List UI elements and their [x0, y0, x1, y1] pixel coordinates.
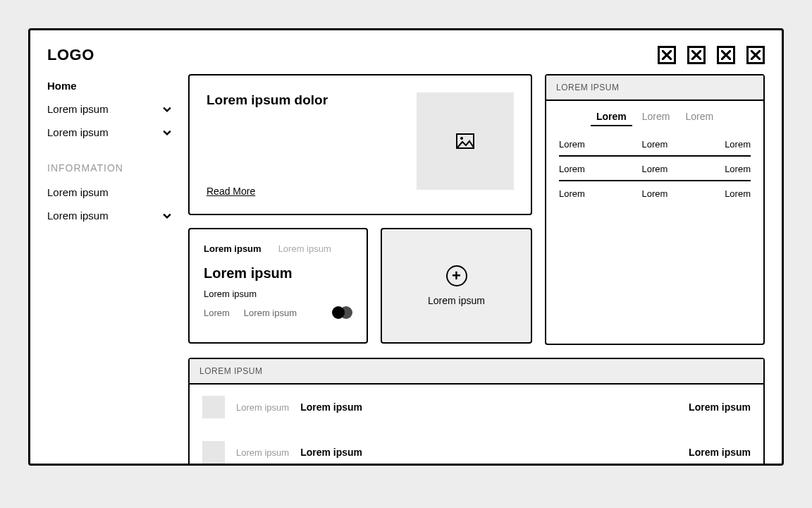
- info-card-tabs: Lorem ipsum Lorem ipsum: [204, 243, 352, 254]
- sidebar-info-item-1[interactable]: Lorem ipsum: [47, 204, 171, 227]
- right-panel-header: LOREM IPSUM: [546, 75, 763, 101]
- grid-row: Lorem Lorem Lorem: [559, 132, 751, 157]
- info-foot-1: Lorem: [204, 308, 230, 318]
- sidebar-item-label: Home: [47, 80, 77, 92]
- info-headline: Lorem ipsum: [204, 265, 352, 282]
- list-row[interactable]: Lorem ipsum Lorem ipsum Lorem ipsum: [190, 430, 763, 466]
- grid-cell: Lorem: [642, 188, 668, 199]
- action-icon-3[interactable]: [717, 46, 735, 64]
- right-panel: LOREM IPSUM Lorem Lorem Lorem Lorem Lore…: [545, 74, 765, 345]
- plus-circle-icon: [446, 265, 467, 286]
- grid-cell: Lorem: [559, 164, 585, 174]
- sidebar-item-label: Lorem ipsum: [47, 103, 109, 115]
- info-foot-2: Lorem ipsum: [244, 308, 297, 318]
- chevron-down-icon: [163, 105, 171, 114]
- sidebar-item-label: Lorem ipsum: [47, 126, 109, 138]
- list-label-bold: Lorem ipsum: [300, 447, 362, 458]
- hero-card: Lorem ipsum dolor Read More: [188, 74, 532, 215]
- grid-cell: Lorem: [725, 164, 751, 174]
- sidebar-item-home[interactable]: Home: [47, 74, 171, 97]
- action-icon-2[interactable]: [687, 46, 706, 64]
- app-frame: LOGO Home Lorem ipsum Lorem ipsum INFORM…: [28, 28, 784, 466]
- grid-cell: Lorem: [559, 188, 585, 199]
- grid-row: Lorem Lorem Lorem: [559, 181, 751, 206]
- add-card-label: Lorem ipsum: [428, 295, 485, 306]
- tab-0[interactable]: Lorem: [596, 111, 627, 122]
- right-panel-tabs: Lorem Lorem Lorem: [546, 101, 763, 132]
- action-icon-1[interactable]: [658, 46, 676, 64]
- list-label-right: Lorem ipsum: [689, 447, 751, 458]
- svg-point-1: [460, 137, 463, 140]
- mastercard-icon: [332, 306, 352, 319]
- thumbnail-placeholder: [202, 441, 225, 464]
- sidebar: Home Lorem ipsum Lorem ipsum INFORMATION…: [47, 74, 171, 345]
- cards-row: Lorem ipsum Lorem ipsum Lorem ipsum Lore…: [188, 228, 532, 344]
- main-left: Lorem ipsum dolor Read More: [188, 74, 532, 345]
- info-footer: Lorem Lorem ipsum: [204, 306, 352, 319]
- layout: Home Lorem ipsum Lorem ipsum INFORMATION…: [47, 74, 765, 345]
- bottom-panel: LOREM IPSUM Lorem ipsum Lorem ipsum Lore…: [188, 358, 765, 466]
- grid-cell: Lorem: [725, 139, 751, 150]
- list-label-right: Lorem ipsum: [689, 401, 751, 413]
- logo: LOGO: [47, 46, 94, 64]
- grid-cell: Lorem: [725, 188, 751, 199]
- sidebar-section-title: INFORMATION: [47, 162, 171, 174]
- sidebar-item-2[interactable]: Lorem ipsum: [47, 121, 171, 144]
- info-card: Lorem ipsum Lorem ipsum Lorem ipsum Lore…: [188, 228, 368, 344]
- image-icon: [456, 133, 474, 149]
- grid-cell: Lorem: [642, 139, 668, 150]
- hero-image-placeholder: [417, 92, 514, 190]
- hero-text: Lorem ipsum dolor Read More: [207, 92, 400, 197]
- chevron-down-icon: [163, 128, 171, 137]
- list-label-bold: Lorem ipsum: [300, 401, 362, 413]
- info-tab-inactive[interactable]: Lorem ipsum: [278, 243, 331, 254]
- list-label-muted: Lorem ipsum: [236, 402, 289, 413]
- list-row[interactable]: Lorem ipsum Lorem ipsum Lorem ipsum: [190, 385, 763, 430]
- main-right: LOREM IPSUM Lorem Lorem Lorem Lorem Lore…: [545, 74, 765, 345]
- bottom-panel-header: LOREM IPSUM: [190, 359, 763, 385]
- thumbnail-placeholder: [202, 396, 225, 418]
- sidebar-item-1[interactable]: Lorem ipsum: [47, 97, 171, 121]
- grid-cell: Lorem: [642, 164, 668, 174]
- sidebar-item-label: Lorem ipsum: [47, 210, 109, 222]
- tab-1[interactable]: Lorem: [642, 111, 670, 122]
- sidebar-info-item-0[interactable]: Lorem ipsum: [47, 181, 171, 204]
- right-panel-grid: Lorem Lorem Lorem Lorem Lorem Lorem Lore…: [546, 132, 763, 219]
- info-subline: Lorem ipsum: [204, 289, 352, 299]
- hero-title: Lorem ipsum dolor: [207, 92, 400, 108]
- main: Lorem ipsum dolor Read More: [188, 74, 765, 345]
- list-label-muted: Lorem ipsum: [236, 447, 289, 458]
- topbar-actions: [658, 46, 765, 64]
- tab-2[interactable]: Lorem: [685, 111, 713, 122]
- grid-cell: Lorem: [559, 139, 585, 150]
- read-more-link[interactable]: Read More: [207, 186, 400, 197]
- topbar: LOGO: [47, 46, 765, 64]
- add-card[interactable]: Lorem ipsum: [381, 228, 532, 344]
- grid-row: Lorem Lorem Lorem: [559, 157, 751, 181]
- info-tab-active[interactable]: Lorem ipsum: [204, 243, 262, 254]
- action-icon-4[interactable]: [746, 46, 765, 64]
- sidebar-item-label: Lorem ipsum: [47, 186, 109, 198]
- chevron-down-icon: [163, 212, 171, 220]
